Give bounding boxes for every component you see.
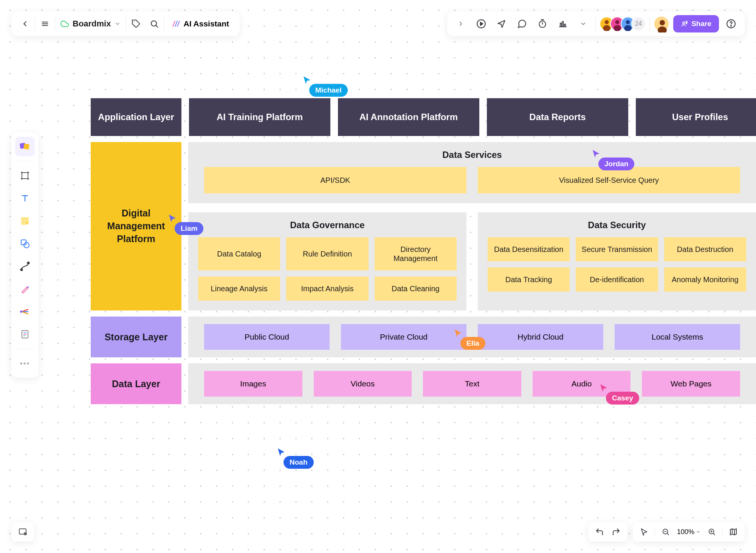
svg-point-16 <box>603 25 610 31</box>
chip-images[interactable]: Images <box>204 371 302 397</box>
avatar-count[interactable]: 24 <box>631 17 646 31</box>
data-services-title: Data Services <box>204 150 740 160</box>
svg-point-24 <box>686 21 687 23</box>
chip-tracking[interactable]: Data Tracking <box>488 267 570 292</box>
more-tools-button[interactable]: ••• <box>15 354 35 373</box>
help-button[interactable] <box>723 15 739 32</box>
chip-audio[interactable]: Audio <box>533 371 631 397</box>
chip-videos[interactable]: Videos <box>314 371 412 397</box>
tag-button[interactable] <box>128 15 144 32</box>
chip-lineage[interactable]: Lineage Analysis <box>198 276 280 301</box>
chip-anomaly[interactable]: Anomaly Monitoring <box>664 267 746 292</box>
more-button[interactable] <box>575 15 592 32</box>
play-button[interactable] <box>473 15 490 32</box>
board-name-dropdown[interactable]: Boardmix <box>57 19 124 29</box>
search-button[interactable] <box>146 15 163 32</box>
header-user-profiles[interactable]: User Profiles <box>636 98 756 136</box>
expand-button[interactable] <box>452 15 469 32</box>
timer-button[interactable] <box>534 15 551 32</box>
document-tool[interactable] <box>15 324 35 344</box>
pointer-tool-button[interactable] <box>493 15 510 32</box>
chevron-down-icon <box>696 530 700 534</box>
divider <box>595 17 596 31</box>
chip-local-systems[interactable]: Local Systems <box>615 324 740 350</box>
select-tool-button[interactable] <box>637 524 652 539</box>
security-title: Data Security <box>488 220 746 230</box>
chip-visualized-query[interactable]: Visualized Self-Service Query <box>478 167 740 193</box>
templates-tool[interactable] <box>15 137 35 156</box>
digital-management-platform[interactable]: Digital Management Platform <box>91 142 181 310</box>
diagram-header-row: Application Layer AI Training Platform A… <box>91 98 756 136</box>
pages-button[interactable] <box>11 522 34 542</box>
divider <box>655 527 655 537</box>
chip-destruction[interactable]: Data Destruction <box>664 237 746 261</box>
connector-tool[interactable] <box>15 256 35 276</box>
chevron-down-icon <box>115 21 121 27</box>
frame-tool[interactable] <box>15 166 35 185</box>
chip-private-cloud[interactable]: Private Cloud <box>341 324 466 350</box>
header-ai-training[interactable]: AI Training Platform <box>189 98 330 136</box>
chip-directory[interactable]: Directory Management <box>375 237 457 270</box>
chip-catalog[interactable]: Data Catalog <box>198 237 280 270</box>
chip-web-pages[interactable]: Web Pages <box>642 371 740 397</box>
user-avatar[interactable] <box>654 16 669 32</box>
chip-public-cloud[interactable]: Public Cloud <box>204 324 330 350</box>
chip-deid[interactable]: De-identification <box>576 267 658 292</box>
svg-point-15 <box>605 20 609 24</box>
left-toolbar: ••• <box>11 132 39 378</box>
divider <box>17 349 33 349</box>
back-button[interactable] <box>17 15 33 32</box>
chip-rule[interactable]: Rule Definition <box>286 237 368 270</box>
shapes-tool[interactable] <box>15 234 35 253</box>
zoom-label: 100% <box>677 528 694 536</box>
chip-transmission[interactable]: Secure Transmission <box>576 237 658 261</box>
menu-button[interactable] <box>37 15 53 32</box>
svg-point-17 <box>615 20 620 24</box>
diagram-body: Digital Management Platform Data Service… <box>91 142 756 310</box>
pen-tool[interactable] <box>15 279 35 299</box>
chip-desens[interactable]: Data Desensitization <box>488 237 570 261</box>
svg-point-23 <box>683 22 685 24</box>
mindmap-tool[interactable] <box>15 302 35 321</box>
comment-button[interactable] <box>514 15 530 32</box>
chip-impact[interactable]: Impact Analysis <box>286 276 368 301</box>
data-security-section[interactable]: Data Security Data Desensitization Secur… <box>478 212 756 310</box>
cloud-sync-icon <box>60 20 69 28</box>
storage-layer-items[interactable]: Public Cloud Private Cloud Hybrid Cloud … <box>188 317 756 357</box>
zoom-level-dropdown[interactable]: 100% <box>675 528 703 536</box>
chip-text[interactable]: Text <box>423 371 521 397</box>
data-layer-items[interactable]: Images Videos Text Audio Web Pages <box>188 363 756 404</box>
zoom-out-button[interactable] <box>658 524 673 539</box>
header-ai-annotation[interactable]: AI Annotation Platform <box>338 98 479 136</box>
chip-hybrid-cloud[interactable]: Hybrid Cloud <box>478 324 603 350</box>
undo-redo-group <box>588 522 627 542</box>
svg-rect-13 <box>562 22 564 27</box>
share-button[interactable]: Share <box>673 15 719 32</box>
text-tool[interactable] <box>15 188 35 208</box>
data-services-section[interactable]: Data Services API/SDK Visualized Self-Se… <box>188 142 756 203</box>
divider <box>649 17 650 31</box>
collaborator-avatars[interactable]: 24 <box>600 17 646 31</box>
svg-line-5 <box>156 26 158 28</box>
diagram-canvas[interactable]: Application Layer AI Training Platform A… <box>91 98 756 404</box>
chart-button[interactable] <box>555 15 571 32</box>
svg-point-20 <box>624 25 632 31</box>
undo-button[interactable] <box>592 524 607 539</box>
redo-button[interactable] <box>609 524 624 539</box>
chip-cleaning[interactable]: Data Cleaning <box>375 276 457 301</box>
data-governance-section[interactable]: Data Governance Data Catalog Rule Defini… <box>188 212 466 310</box>
header-data-reports[interactable]: Data Reports <box>487 98 628 136</box>
chip-api-sdk[interactable]: API/SDK <box>204 167 466 193</box>
header-application-layer[interactable]: Application Layer <box>91 98 181 136</box>
zoom-in-button[interactable] <box>704 524 719 539</box>
minimap-button[interactable] <box>726 524 741 539</box>
svg-point-41 <box>28 262 29 264</box>
divider <box>17 161 33 161</box>
storage-layer-label[interactable]: Storage Layer <box>91 317 181 357</box>
data-layer-label[interactable]: Data Layer <box>91 363 181 404</box>
svg-point-40 <box>21 269 23 271</box>
data-layer-row: Data Layer Images Videos Text Audio Web … <box>91 363 756 404</box>
svg-rect-12 <box>560 23 561 27</box>
ai-assistant-button[interactable]: AI Assistant <box>166 19 234 28</box>
sticky-note-tool[interactable] <box>15 211 35 231</box>
